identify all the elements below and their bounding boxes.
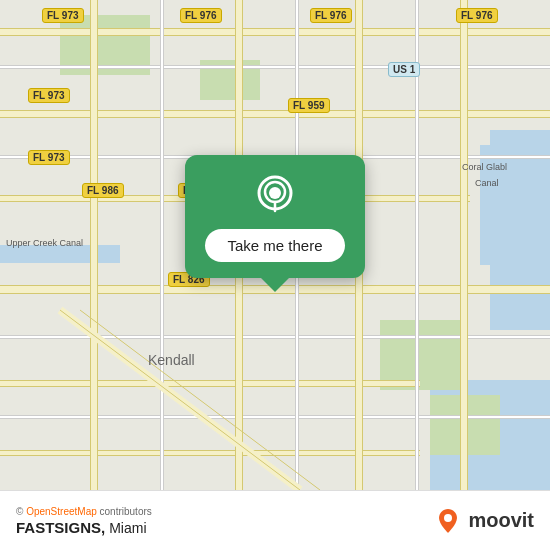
- route-badge-fl976-1: FL 976: [180, 8, 222, 23]
- route-badge-fl976-3: FL 976: [456, 8, 498, 23]
- svg-point-8: [444, 514, 452, 522]
- location-pin-icon: [253, 173, 297, 217]
- place-city: Miami: [109, 520, 146, 536]
- popup-card: Take me there: [185, 155, 365, 278]
- svg-point-6: [271, 188, 279, 196]
- label-canal: Canal: [475, 178, 499, 188]
- bottom-left-info: © OpenStreetMap contributors FASTSIGNS, …: [16, 506, 152, 536]
- road-wv1: [160, 0, 164, 490]
- label-coral-glabl: Coral Glabl: [462, 162, 507, 172]
- label-kendall: Kendall: [148, 352, 195, 368]
- label-upper-creek: Upper Creek Canal: [6, 238, 83, 248]
- route-badge-fl973-3: FL 973: [28, 150, 70, 165]
- osm-attribution: © OpenStreetMap contributors: [16, 506, 152, 517]
- route-badge-fl986-1: FL 986: [82, 183, 124, 198]
- road-v4: [460, 0, 468, 490]
- map-container: FL 973 FL 976 FL 976 FL 976 FL 973 US 1 …: [0, 0, 550, 490]
- route-badge-fl959: FL 959: [288, 98, 330, 113]
- place-name: FASTSIGNS,: [16, 519, 105, 536]
- moovit-logo: moovit: [434, 507, 534, 535]
- road-v1: [90, 0, 98, 490]
- bottom-bar: © OpenStreetMap contributors FASTSIGNS, …: [0, 490, 550, 550]
- route-badge-fl976-2: FL 976: [310, 8, 352, 23]
- osm-link[interactable]: OpenStreetMap: [26, 506, 97, 517]
- take-me-there-button[interactable]: Take me there: [205, 229, 345, 262]
- route-badge-fl973-1: FL 973: [42, 8, 84, 23]
- moovit-wordmark: moovit: [468, 509, 534, 532]
- route-badge-fl973-2: FL 973: [28, 88, 70, 103]
- moovit-pin-icon: [434, 507, 462, 535]
- route-badge-us1: US 1: [388, 62, 420, 77]
